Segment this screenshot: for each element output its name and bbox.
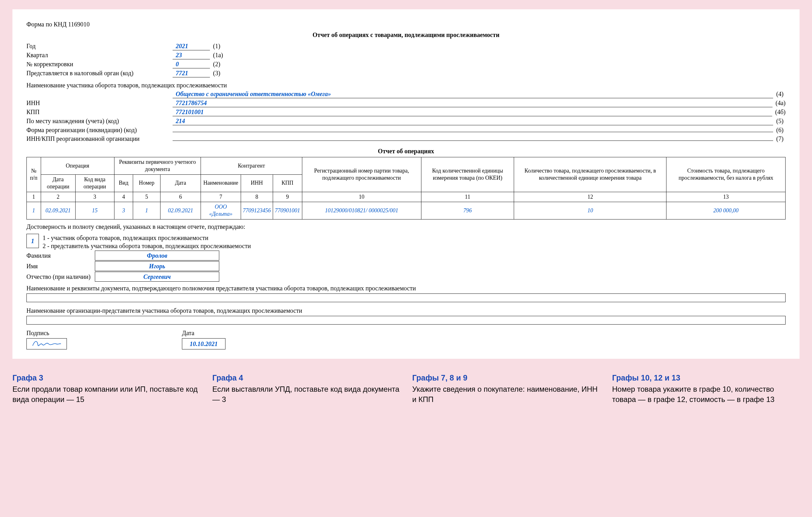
confirm-legend: 1 1 - участник оборота товаров, подлежащ… <box>26 234 786 250</box>
col-cpname: Наименование <box>201 174 241 192</box>
callout-3: Графа 3 Если продали товар компании или … <box>12 373 200 405</box>
col-cost: Стоимость товара, подлежащего прослежива… <box>666 157 786 192</box>
col-number-row: 1 2 3 4 5 6 7 8 9 10 11 12 13 <box>27 192 786 202</box>
field-reorg-form: Форма реорганизации (ликвидации) (код) (… <box>26 126 786 134</box>
callout-4: Графа 4 Если выставляли УПД, поставьте к… <box>212 373 400 405</box>
callout-789: Графы 7, 8 и 9 Укажите сведения о по­куп… <box>412 373 600 405</box>
field-year: Год 2021 (1) <box>26 42 786 50</box>
confirm-intro: Достоверность и полноту сведений, указан… <box>26 222 786 231</box>
field-inn: ИНН 7721786754 (4а) <box>26 99 786 107</box>
doc-auth-label: Наименование и реквизиты документа, подт… <box>26 284 786 292</box>
col-cpinn: ИНН <box>241 174 273 192</box>
callouts-row: Графа 3 Если продали товар компании или … <box>0 367 812 417</box>
ops-subtitle: Отчет об операциях <box>26 147 786 155</box>
callout-101213: Графы 10, 12 и 13 Номер товара укажите в… <box>612 373 800 405</box>
field-correction: № корректировки 0 (2) <box>26 60 786 68</box>
col-cpkpp: КПП <box>273 174 302 192</box>
row-name: Имя Игорь <box>26 261 786 271</box>
legend-1: 1 - участник оборота товаров, подлежащих… <box>42 234 251 242</box>
col-op: Операция <box>41 157 114 175</box>
signature-label: Подпись <box>26 329 182 337</box>
col-cp: Контрагент <box>201 157 302 175</box>
col-regnum: Регистрационный номер партии товара, под… <box>302 157 421 192</box>
confirm-code-box: 1 <box>26 234 39 248</box>
col-num: № п/п <box>27 157 41 192</box>
col-qty: Количество товара, подлежащего прослежив… <box>514 157 666 192</box>
field-kpp: КПП 772101001 (4б) <box>26 108 786 116</box>
suffix: (1) <box>210 42 222 50</box>
col-dockind: Вид <box>114 174 133 192</box>
form-title: Отчет об операциях с товарами, подлежащи… <box>26 31 786 39</box>
col-docdate: Дата <box>160 174 201 192</box>
org-rep-label: Наименование организации-представителя у… <box>26 307 786 314</box>
signature-box <box>26 338 67 349</box>
org-name-label: Наименование участника оборота товаров, … <box>26 81 786 89</box>
signature-icon <box>31 339 62 348</box>
legend-2: 2 - представитель участника оборота това… <box>42 242 251 250</box>
value: 2021 <box>173 42 210 50</box>
table-row: 1 02.09.2021 15 3 1 02.09.2021 ООО «Дель… <box>27 202 786 219</box>
field-reorg-inn-kpp: ИНН/КПП реорганизованной организации (7) <box>26 134 786 143</box>
date-box: 10.10.2021 <box>182 338 226 349</box>
field-quarter: Квартал 23 (1а) <box>26 51 786 59</box>
org-rep-box <box>26 316 786 325</box>
col-opdate: Дата операции <box>41 174 75 192</box>
field-org-name: Общество с ограниченной ответственностью… <box>26 90 786 98</box>
row-patronymic: Отчество (при наличии) Сергеевич <box>26 272 786 282</box>
row-surname: Фамилия Фролов <box>26 250 786 261</box>
col-unitcode: Код коли­чественной единицы измерения то… <box>421 157 514 192</box>
col-doc: Реквизиты первичного учетного документа <box>114 157 201 175</box>
col-opcode: Код вида операции <box>75 174 114 192</box>
date-label: Дата <box>182 329 226 337</box>
form-code: Форма по КНД 1169010 <box>26 20 786 28</box>
label: Год <box>26 42 173 50</box>
doc-auth-box <box>26 294 786 302</box>
field-tax-auth: Представляется в налоговый орган (код) 7… <box>26 69 786 78</box>
field-location: По месту нахождения (учета) (код) 214 (5… <box>26 117 786 125</box>
form-page: Форма по КНД 1169010 Отчет об операциях … <box>12 9 800 359</box>
operations-table: № п/п Операция Реквизиты первичного учет… <box>26 157 786 219</box>
col-docnum: Номер <box>133 174 160 192</box>
